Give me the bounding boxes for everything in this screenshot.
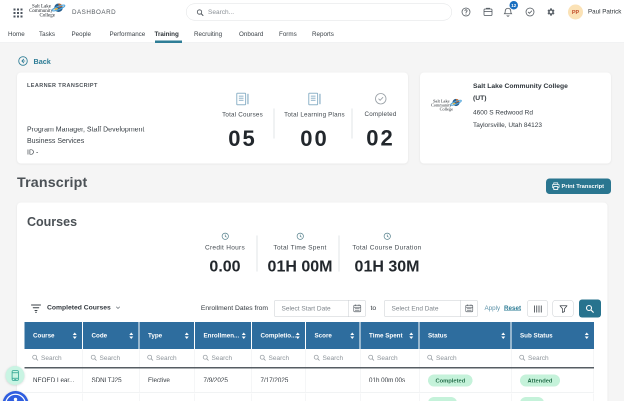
- svg-text:12: 12: [511, 3, 517, 8]
